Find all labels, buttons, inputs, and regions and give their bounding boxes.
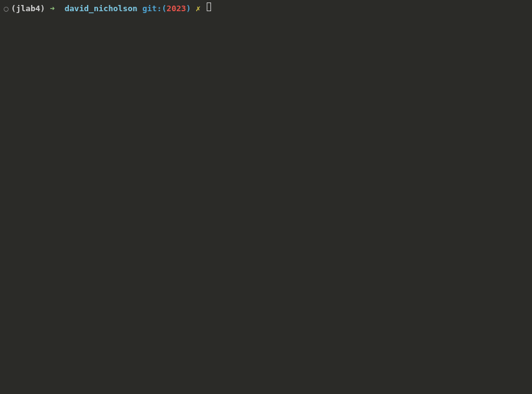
current-directory: david_nicholson [65, 3, 137, 14]
cursor-icon [207, 2, 211, 11]
status-indicator-icon: ○ [4, 3, 9, 14]
prompt-arrow-icon: ➜ [50, 3, 55, 14]
git-paren-close: ) [186, 3, 191, 14]
git-label: git: [142, 3, 161, 14]
git-branch: 2023 [166, 3, 186, 14]
terminal[interactable]: ○ (jlab4) ➜ david_nicholson git:(2023) ✗ [0, 0, 532, 394]
env-name: jlab4 [16, 4, 40, 13]
paren-close: ) [40, 4, 45, 13]
conda-env: (jlab4) [11, 3, 45, 14]
git-paren-open: ( [161, 3, 166, 14]
git-dirty-icon: ✗ [196, 3, 201, 14]
prompt-line: ○ (jlab4) ➜ david_nicholson git:(2023) ✗ [4, 2, 528, 14]
paren-open: ( [11, 4, 16, 13]
